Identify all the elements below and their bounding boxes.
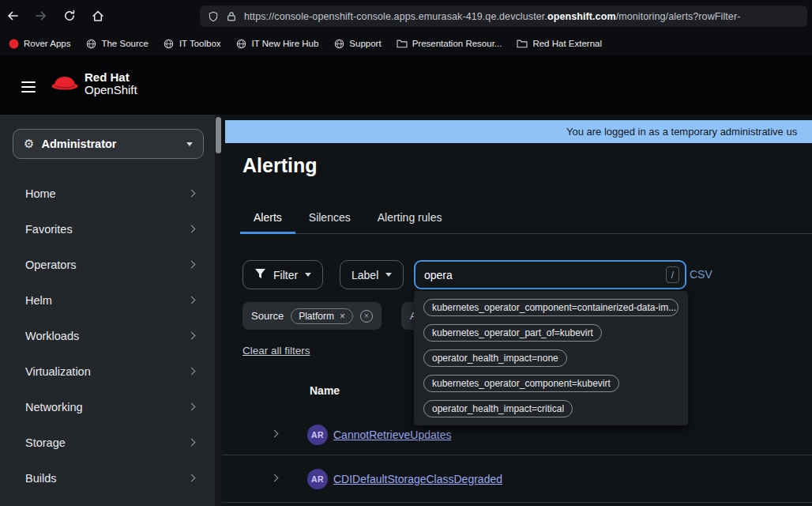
bookmark-the-source[interactable]: The Source xyxy=(85,38,148,49)
bookmark-it-new-hire-hub[interactable]: IT New Hire Hub xyxy=(236,38,319,49)
sidebar-item-favorites[interactable]: Favorites xyxy=(0,211,215,247)
sidebar-item-helm[interactable]: Helm xyxy=(0,282,215,318)
chevron-right-icon xyxy=(188,439,196,447)
shield-icon[interactable] xyxy=(208,11,219,22)
chevron-right-icon xyxy=(188,474,196,482)
tab-silences[interactable]: Silences xyxy=(295,203,364,233)
chip-label: Platform xyxy=(299,311,334,322)
forward-icon[interactable] xyxy=(32,6,51,25)
perspective-switcher[interactable]: ⚙ Administrator xyxy=(13,129,204,159)
nav-label: Networking xyxy=(25,401,83,413)
clear-chip-group-icon[interactable]: × xyxy=(360,310,373,323)
alerting-rule-badge: AR xyxy=(307,425,328,445)
caret-down-icon xyxy=(305,273,311,277)
tab-alerting-rules[interactable]: Alerting rules xyxy=(364,203,456,233)
suggestion-item[interactable]: operator_health_impact=critical xyxy=(423,400,573,417)
bookmarks-bar: Rover Apps The Source IT Toolbox IT New … xyxy=(0,32,812,55)
bookmark-presentation-resources[interactable]: Presentation Resour... xyxy=(397,38,502,49)
search-input[interactable] xyxy=(414,260,686,289)
bookmark-support[interactable]: Support xyxy=(333,38,381,49)
expand-row-icon[interactable] xyxy=(271,430,279,438)
menu-icon[interactable] xyxy=(21,81,36,93)
bookmark-it-toolbox[interactable]: IT Toolbox xyxy=(164,38,221,49)
url-pre: https://console-openshift-console.apps.e… xyxy=(244,11,547,22)
url-text: https://console-openshift-console.apps.e… xyxy=(244,11,740,22)
bookmark-label: IT New Hire Hub xyxy=(252,39,319,48)
perspective-label: Administrator xyxy=(41,138,179,150)
folder-icon xyxy=(397,38,408,49)
slash-shortcut-badge: / xyxy=(666,266,679,283)
bookmark-label: Rover Apps xyxy=(24,39,70,48)
alerting-tabs: Alerts Silences Alerting rules xyxy=(240,203,812,234)
globe-icon xyxy=(333,38,344,49)
bookmark-label: Red Hat External xyxy=(532,39,602,48)
url-domain: openshift.com xyxy=(547,11,616,22)
suggestion-item[interactable]: kubernetes_operator_component=containeri… xyxy=(423,299,679,316)
redhat-openshift-logo: Red Hat OpenShift xyxy=(51,71,137,96)
caret-down-icon xyxy=(385,273,392,277)
brand-line2: OpenShift xyxy=(85,84,137,96)
back-icon[interactable] xyxy=(3,6,22,25)
column-header-name[interactable]: Name xyxy=(310,384,340,397)
sidebar: ⚙ Administrator Home Favorites Operators… xyxy=(0,115,215,506)
bookmark-red-hat-external[interactable]: Red Hat External xyxy=(517,38,602,49)
bookmark-label: The Source xyxy=(101,39,148,48)
alert-rule-link[interactable]: CDIDefaultStorageClassDegraded xyxy=(333,473,502,485)
lock-icon[interactable] xyxy=(226,11,237,22)
login-banner-text: You are logged in as a temporary adminis… xyxy=(566,120,797,143)
chevron-right-icon xyxy=(188,225,196,233)
gear-icon: ⚙ xyxy=(24,137,34,151)
sidebar-item-networking[interactable]: Networking xyxy=(0,389,215,425)
sidebar-item-storage[interactable]: Storage xyxy=(0,425,215,460)
brand-line1: Red Hat xyxy=(85,71,137,84)
nav-label: Favorites xyxy=(25,223,73,236)
chip-group-label: Source xyxy=(251,310,284,322)
url-path: /monitoring/alerts?rowFilter- xyxy=(616,11,741,22)
url-bar[interactable]: https://console-openshift-console.apps.e… xyxy=(200,6,807,27)
sidebar-item-home[interactable]: Home xyxy=(0,176,215,211)
sidebar-item-virtualization[interactable]: Virtualization xyxy=(0,353,215,389)
scrollbar-thumb[interactable] xyxy=(216,117,221,153)
label-search: / xyxy=(414,260,686,289)
vertical-scrollbar[interactable] xyxy=(215,115,222,506)
filter-button-label: Filter xyxy=(273,269,298,281)
masthead: Red Hat OpenShift xyxy=(0,55,812,115)
suggestion-item[interactable]: kubernetes_operator_component=kubevirt xyxy=(423,375,619,392)
globe-icon xyxy=(85,38,96,49)
nav-label: Helm xyxy=(25,294,52,307)
chevron-right-icon xyxy=(188,332,196,340)
bookmark-label: IT Toolbox xyxy=(179,39,221,48)
home-icon[interactable] xyxy=(88,6,107,25)
chevron-right-icon xyxy=(188,368,196,376)
chip-platform[interactable]: Platform × xyxy=(291,308,353,324)
suggestion-item[interactable]: kubernetes_operator_part_of=kubevirt xyxy=(423,324,602,342)
export-csv-link[interactable]: CSV xyxy=(690,268,712,281)
label-suggestions-menu: kubernetes_operator_component=containeri… xyxy=(414,291,688,425)
label-dropdown-button[interactable]: Label xyxy=(340,260,404,289)
alert-rule-link[interactable]: CannotRetrieveUpdates xyxy=(333,429,451,441)
expand-row-icon[interactable] xyxy=(271,474,279,481)
nav-label: Builds xyxy=(25,472,57,485)
chevron-right-icon xyxy=(188,190,196,198)
sidebar-item-workloads[interactable]: Workloads xyxy=(0,318,215,353)
close-icon[interactable]: × xyxy=(340,312,345,321)
filter-dropdown-button[interactable]: Filter xyxy=(242,260,323,289)
side-navigation: Home Favorites Operators Helm Workloads … xyxy=(0,176,215,496)
alerting-page: You are logged in as a temporary adminis… xyxy=(222,115,812,506)
label-button-label: Label xyxy=(351,269,378,281)
nav-label: Workloads xyxy=(25,330,79,342)
sidebar-item-operators[interactable]: Operators xyxy=(0,247,215,282)
sidebar-item-builds[interactable]: Builds xyxy=(0,460,215,496)
caret-down-icon xyxy=(186,142,193,146)
refresh-icon[interactable] xyxy=(60,6,79,25)
nav-label: Virtualization xyxy=(25,365,91,378)
nav-label: Operators xyxy=(25,259,76,271)
tab-alerts[interactable]: Alerts xyxy=(240,203,295,233)
alerting-rule-badge: AR xyxy=(307,469,328,489)
suggestion-item[interactable]: operator_health_impact=none xyxy=(423,349,567,367)
chevron-right-icon xyxy=(188,261,196,269)
clear-all-filters-link[interactable]: Clear all filters xyxy=(242,345,310,357)
bookmark-rover-apps[interactable]: Rover Apps xyxy=(8,38,70,49)
chip-group-source: Source Platform × × xyxy=(242,302,382,330)
bookmark-label: Presentation Resour... xyxy=(412,39,502,48)
